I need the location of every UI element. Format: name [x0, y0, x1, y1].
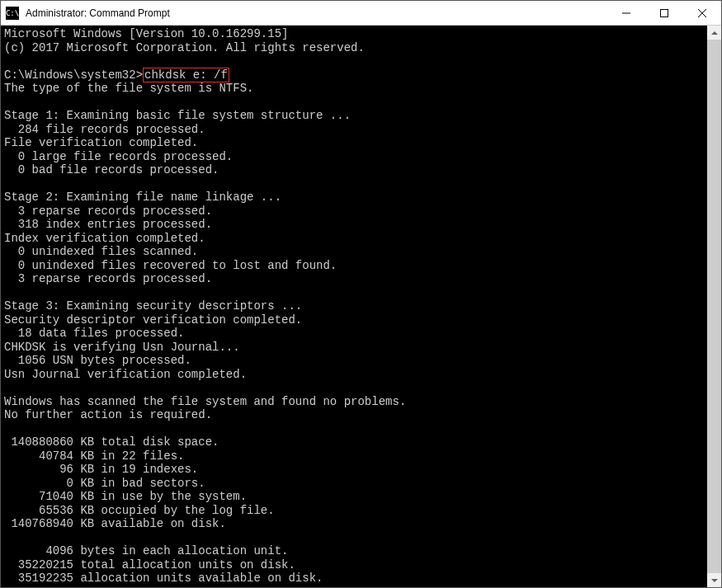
scroll-track[interactable] [707, 40, 721, 573]
scroll-up-button[interactable] [707, 26, 721, 40]
terminal-output[interactable]: Microsoft Windows [Version 10.0.16299.15… [1, 26, 707, 587]
output-after: The type of the file system is NTFS. Sta… [4, 82, 406, 585]
svg-marker-5 [711, 579, 718, 582]
scroll-thumb[interactable] [707, 40, 721, 573]
maximize-button[interactable] [645, 1, 683, 25]
titlebar[interactable]: C:\ Administrator: Command Prompt [1, 1, 721, 26]
output-before: Microsoft Windows [Version 10.0.16299.15… [4, 27, 365, 54]
cmd-icon: C:\ [6, 7, 19, 20]
command-highlight: chkdsk e: /f [143, 68, 229, 82]
svg-marker-4 [711, 31, 718, 35]
scroll-down-button[interactable] [707, 573, 721, 587]
window-title: Administrator: Command Prompt [24, 7, 607, 19]
prompt: C:\Windows\system32> [4, 68, 143, 82]
scrollbar[interactable] [707, 26, 721, 587]
svg-rect-1 [661, 9, 668, 16]
window-controls [607, 1, 721, 25]
minimize-button[interactable] [607, 1, 645, 25]
command-prompt-window: C:\ Administrator: Command Prompt Micros… [0, 0, 722, 588]
close-button[interactable] [683, 1, 721, 25]
